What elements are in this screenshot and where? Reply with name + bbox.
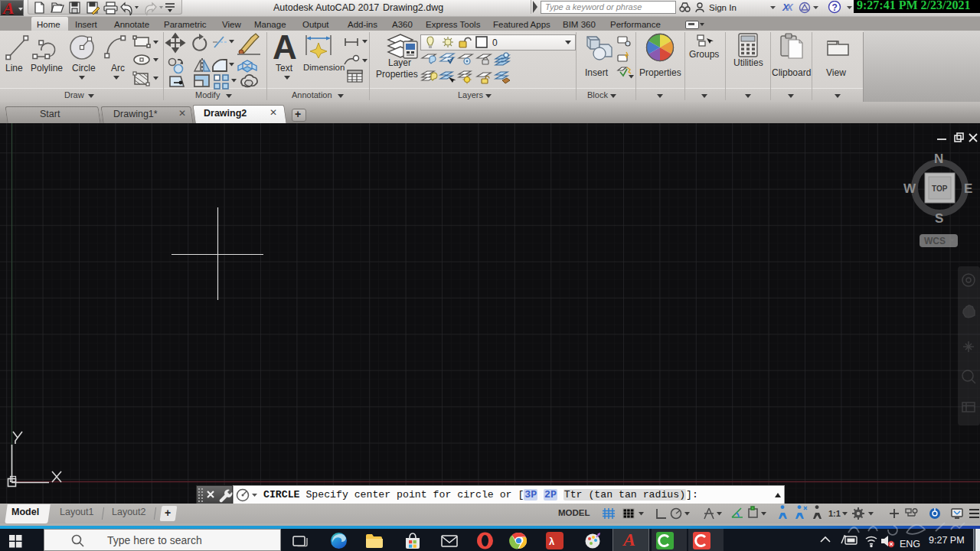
svg-text:λ: λ bbox=[549, 536, 555, 547]
svg-text:0: 0 bbox=[492, 37, 498, 48]
svg-text:S: S bbox=[935, 211, 943, 226]
svg-text:ENG: ENG bbox=[900, 539, 920, 549]
svg-text:TOP: TOP bbox=[932, 184, 948, 193]
svg-text:X: X bbox=[786, 2, 794, 13]
svg-text:Sign In: Sign In bbox=[709, 3, 737, 12]
svg-text:W: W bbox=[903, 181, 916, 196]
svg-text:N: N bbox=[934, 152, 943, 166]
svg-text:1:1: 1:1 bbox=[828, 509, 841, 518]
svg-text:E: E bbox=[964, 181, 972, 196]
svg-text:WCS: WCS bbox=[924, 236, 946, 246]
svg-text:?: ? bbox=[832, 2, 838, 13]
